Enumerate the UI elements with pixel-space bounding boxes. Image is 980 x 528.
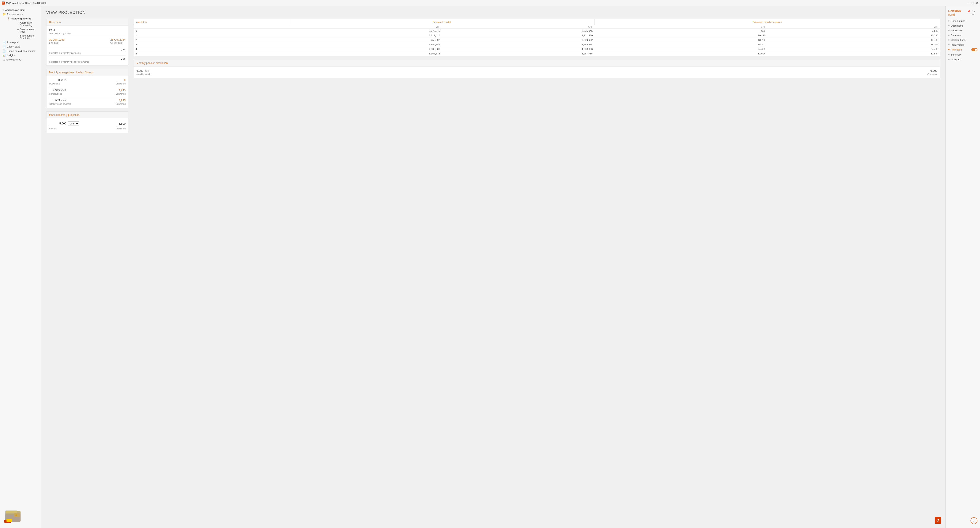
- nav-dot-projection: [948, 49, 950, 50]
- projected-monthly-pension-header: Projected monthly pension: [594, 19, 940, 25]
- right-nav-documents[interactable]: Documents: [946, 23, 980, 28]
- simulation-currency: CHF: [145, 70, 150, 72]
- total-avg-currency: CHF: [61, 99, 66, 102]
- simulation-body: 6,000 CHF 6,000 monthly pension Converte…: [134, 67, 940, 78]
- cap-chf-1: CHF: [289, 25, 442, 29]
- nav-label-inpayments: Inpayments: [951, 43, 964, 46]
- sidebar-item-label: Export data & documents: [7, 50, 35, 52]
- sidebar-item-insights[interactable]: 📊 Insights: [0, 53, 41, 57]
- currency-select[interactable]: CHF: [68, 121, 79, 126]
- right-sidebar-header: Pension fund 📌 Aa aa: [946, 8, 980, 19]
- right-nav-addresses[interactable]: Addresses: [946, 28, 980, 33]
- cap1-cell: 3,259,902: [289, 38, 442, 42]
- inpayments-currency: CHF: [61, 79, 66, 81]
- sidebar-item-label: Show archive: [6, 58, 21, 61]
- interest-cell: 0: [134, 29, 289, 33]
- manual-amount-input[interactable]: [49, 122, 66, 125]
- cap1-cell: 2,711,420: [289, 33, 442, 38]
- manual-amount-label: Amount: [49, 127, 56, 130]
- mon2-cell: 10,290: [767, 33, 940, 38]
- minimize-button[interactable]: —: [967, 1, 970, 5]
- chart-icon: 📊: [3, 54, 6, 57]
- nav-label-notepad: Notepad: [951, 58, 960, 61]
- contributions-value-row: 4,945 CHF 4,945: [49, 88, 126, 92]
- contributions-value: 4,945: [49, 89, 60, 92]
- right-nav-projection[interactable]: Projection: [946, 47, 980, 52]
- nav-arrow-button[interactable]: ›: [970, 517, 977, 524]
- table-row: 1 2,711,420 2,711,420 10,290 10,290: [134, 33, 940, 38]
- nav-label-documents: Documents: [951, 24, 963, 27]
- sidebar-item-state-pension-charlotte[interactable]: T State pension Charlotte: [9, 34, 41, 40]
- nav-dot-pension-fund: [948, 20, 950, 22]
- sidebar-item-run-report[interactable]: 📄 Run report: [0, 40, 41, 44]
- sidebar-item-rapidengineering[interactable]: T Rapidengineering: [2, 16, 41, 21]
- projected-capital-header: Projected capital: [289, 19, 595, 25]
- manual-projection-section: Manual monthly projection CHF 5,500 Amou…: [46, 111, 129, 133]
- sidebar-item-state-pension-paul[interactable]: T State pension Paul: [9, 27, 41, 34]
- left-panel: Base data Paul Youngest policy holder 30…: [46, 19, 129, 136]
- simulation-converted-value: 6,000: [930, 69, 937, 72]
- sidebar-item-label: State pension Charlotte: [20, 34, 39, 40]
- sidebar-item-add-pension[interactable]: + Add pension fund: [0, 8, 41, 12]
- simulation-pension-value: 6,000: [137, 69, 143, 72]
- manual-label-row: Amount Converted: [49, 127, 126, 131]
- total-avg-value: 4,945: [49, 99, 60, 102]
- right-nav-notepad[interactable]: Notepad: [946, 57, 980, 62]
- projection-toggle[interactable]: [971, 48, 977, 51]
- projected-pension-payments-value: 296: [49, 57, 126, 60]
- sidebar-item-alternative-counseling[interactable]: T Alternative Counseling: [9, 21, 41, 27]
- table-sub-header: CHF CHF CHF CHF: [134, 25, 940, 29]
- restore-button[interactable]: ❐: [972, 1, 974, 5]
- interest-col-header: Interest %: [134, 19, 289, 25]
- nav-dot-summary: [948, 54, 950, 55]
- table-row: 3 3,954,384 3,954,384 18,302 18,302: [134, 42, 940, 47]
- projected-payments-row: 374: [49, 48, 126, 51]
- sidebar-item-label: Run report: [7, 41, 19, 44]
- nav-label-statement: Statement: [951, 34, 962, 36]
- right-nav-summary[interactable]: Summary: [946, 52, 980, 57]
- simulation-value-row: 6,000 CHF 6,000: [137, 69, 937, 73]
- right-nav-contributions[interactable]: Contributions: [946, 38, 980, 42]
- add-icon: +: [3, 8, 4, 11]
- doc-icon: 📄: [3, 45, 6, 48]
- interest-table: Interest % Projected capital Projected m…: [134, 19, 940, 56]
- total-avg-label: Total average payment: [49, 103, 71, 105]
- table-row: 5 5,967,736 5,967,736 32,594 32,594: [134, 51, 940, 56]
- pin-icon[interactable]: 📌: [967, 10, 970, 15]
- nav-label-contributions: Contributions: [951, 39, 966, 41]
- right-nav-statement[interactable]: Statement: [946, 33, 980, 38]
- title-bar: M MyPrivate Family Office [Build 80287] …: [0, 0, 980, 6]
- sidebar-item-export-data[interactable]: 📄 Export data: [0, 44, 41, 49]
- cap1-cell: 4,838,086: [289, 47, 442, 51]
- nav-label-pension-fund: Pension fund: [951, 20, 965, 22]
- cap2-cell: 3,259,902: [442, 38, 594, 42]
- right-panel: Interest % Projected capital Projected m…: [134, 19, 940, 136]
- sidebar-item-pension-funds[interactable]: 📁 Pension funds: [0, 12, 41, 16]
- sidebar-item-label: Add pension fund: [5, 9, 25, 11]
- app-layout: + Add pension fund 📁 Pension funds T Rap…: [0, 6, 980, 528]
- wallet-icon: [4, 508, 22, 523]
- leaf-icon: T: [17, 35, 19, 38]
- leaf-icon: T: [17, 22, 19, 25]
- sidebar-item-export-data-docs[interactable]: 📄 Export data & documents: [0, 49, 41, 53]
- app-icon: M: [2, 2, 5, 5]
- interest-table-body: 0 2,275,945 2,275,945 7,689 7,689 1 2,71…: [134, 29, 940, 56]
- mon1-cell: 13,730: [594, 38, 767, 42]
- right-nav-inpayments[interactable]: Inpayments: [946, 42, 980, 47]
- right-nav-pension-fund[interactable]: Pension fund: [946, 19, 980, 23]
- sidebar-item-label: Pension funds: [7, 13, 23, 16]
- inpayments-value-row: 0 CHF 0: [49, 78, 126, 82]
- policy-holder-label: Youngest policy holder: [49, 32, 126, 35]
- contributions-currency: CHF: [61, 89, 66, 92]
- cap1-cell: 3,954,384: [289, 42, 442, 47]
- policy-holder-row: Paul: [49, 28, 126, 32]
- contributions-converted-label: Converted: [116, 93, 126, 95]
- sidebar-item-show-archive[interactable]: 🗂 Show archive: [0, 57, 41, 62]
- inpayments-converted-label: Converted: [116, 82, 126, 85]
- mon1-cell: 18,302: [594, 42, 767, 47]
- left-sidebar: + Add pension fund 📁 Pension funds T Rap…: [0, 6, 41, 528]
- close-button[interactable]: ✕: [976, 1, 978, 5]
- main-content: VIEW PROJECTION Base data Paul Youngest …: [41, 6, 945, 528]
- table-row: 4 4,838,086 4,838,086 24,408 24,408: [134, 47, 940, 51]
- office-icon: O: [935, 517, 941, 524]
